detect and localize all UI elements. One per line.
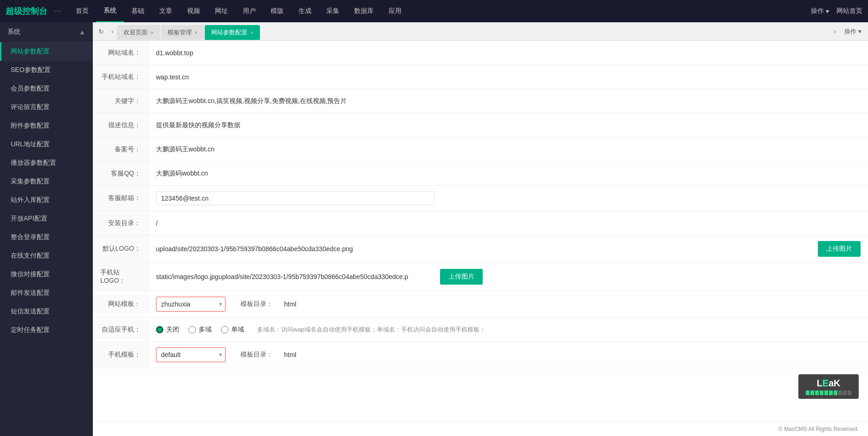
nav-home[interactable]: 首页 — [68, 0, 96, 22]
adaptive-close-option[interactable]: 关闭 — [156, 325, 179, 334]
adaptive-close-radio[interactable] — [156, 326, 163, 333]
tab-prev-button[interactable]: ‹ — [109, 26, 116, 37]
nav-video[interactable]: 视频 — [180, 0, 207, 22]
sidebar-item-email-config[interactable]: 邮件发送配置 — [0, 284, 93, 302]
sidebar-item-seo-config[interactable]: SEO参数配置 — [0, 61, 93, 79]
site-home-button[interactable]: 网站首页 — [836, 7, 862, 15]
footer: © MacCMS All Rights Reserved. — [93, 422, 868, 436]
dots-menu[interactable]: ··· — [55, 7, 61, 15]
nav-user[interactable]: 用户 — [235, 0, 263, 22]
nav-generate[interactable]: 生成 — [291, 0, 319, 22]
sidebar-items: 网站参数配置 SEO参数配置 会员参数配置 评论留言配置 附件参数配置 URL地… — [0, 42, 93, 339]
form-label-beian: 备案号： — [93, 137, 149, 161]
nav-right: 操作 ▾ 网站首页 — [807, 7, 862, 15]
sidebar-item-attachment-config[interactable]: 附件参数配置 — [0, 117, 93, 135]
sidebar-item-member-config[interactable]: 会员参数配置 — [0, 79, 93, 98]
form-value-mobile-logo: static/images/logo.jpgupload/site/202303… — [149, 263, 868, 291]
form-value-qq: 大鹏源码wobbt.cn — [149, 162, 868, 185]
form-label-mobile-domain: 手机站域名： — [93, 65, 149, 89]
form-label-mobile-logo: 手机站LOGO： — [93, 263, 149, 291]
form-value-description: 提供最新最快的视频分享数据 — [149, 113, 868, 137]
form-value-domain: d1.wobbt.top — [149, 41, 868, 65]
tab-template-mgmt-close[interactable]: × — [194, 30, 197, 35]
sidebar-item-website-config[interactable]: 网站参数配置 — [0, 42, 93, 61]
form-value-email[interactable] — [149, 186, 868, 211]
form-value-mobile-template: default ▾ 模板目录： html — [149, 342, 868, 368]
form-row-email: 客服邮箱： — [93, 186, 868, 211]
adaptive-radio-group: 关闭 多域 单域 — [156, 325, 244, 334]
tab-website-config[interactable]: 网站参数配置 × — [205, 25, 259, 40]
template-select[interactable]: zhuzhuxia — [156, 297, 226, 312]
sidebar-collapse-icon[interactable]: ▲ — [79, 28, 85, 36]
nav-template[interactable]: 模版 — [263, 0, 291, 22]
top-op-button[interactable]: 操作 ▾ — [807, 7, 833, 15]
sidebar-item-login-config[interactable]: 整合登录配置 — [0, 228, 93, 247]
form-value-install-dir: / — [149, 211, 868, 235]
sidebar-item-player-config[interactable]: 播放器参数配置 — [0, 154, 93, 172]
form-row-qq: 客服QQ： 大鹏源码wobbt.cn — [93, 162, 868, 186]
form-label-logo: 默认LOGO： — [93, 235, 149, 262]
template-dir-label: 模板目录： — [240, 300, 273, 308]
form-row-logo: 默认LOGO： upload/site/20230303-1/95b759397… — [93, 235, 868, 263]
form-row-description: 描述信息： 提供最新最快的视频分享数据 — [93, 113, 868, 137]
form-row-mobile-template: 手机模板： default ▾ 模板目录： html — [93, 342, 868, 368]
adaptive-multidomain-option[interactable]: 多域 — [188, 325, 212, 334]
tab-website-config-close[interactable]: × — [250, 30, 253, 35]
form-label-qq: 客服QQ： — [93, 162, 149, 185]
tab-more-button[interactable]: › — [830, 26, 840, 37]
sidebar-item-url-config[interactable]: URL地址配置 — [0, 135, 93, 154]
top-nav: 超级控制台 ··· 首页 系统 基础 文章 视频 网址 用户 模版 生成 采集 … — [0, 0, 868, 22]
mobile-template-select[interactable]: default — [156, 347, 226, 362]
nav-system[interactable]: 系统 — [96, 0, 124, 22]
mobile-template-dir-value: html — [284, 351, 296, 358]
sidebar-item-payment-config[interactable]: 在线支付配置 — [0, 247, 93, 265]
form-value-beian: 大鹏源码王wobbt.cn — [149, 137, 868, 161]
form-row-keywords: 关键字： 大鹏源码王wobbt.cn,搞笑视频,视频分享,免费视频,在线视频,预… — [93, 89, 868, 113]
tab-op-dropdown[interactable]: 操作 ▾ — [840, 26, 866, 38]
form-value-template: zhuzhuxia ▾ 模板目录： html — [149, 291, 868, 317]
form-row-adaptive: 自适应手机： 关闭 多域 单域 — [93, 318, 868, 342]
nav-app[interactable]: 应用 — [381, 0, 409, 22]
form-row-mobile-logo: 手机站LOGO： static/images/logo.jpgupload/si… — [93, 263, 868, 291]
upload-logo-button[interactable]: 上传图片 — [818, 241, 861, 257]
sidebar-item-external-config[interactable]: 站外入库配置 — [0, 191, 93, 209]
main-layout: 系统 ▲ 网站参数配置 SEO参数配置 会员参数配置 评论留言配置 附件参数配置… — [0, 22, 868, 436]
form-label-keywords: 关键字： — [93, 89, 149, 113]
form-value-adaptive: 关闭 多域 单域 多域名：访问wap域名会自动使用手机模板；单域名：手机访问会自… — [149, 320, 868, 339]
adaptive-singledomain-radio[interactable] — [221, 326, 228, 333]
tab-template-mgmt[interactable]: 模板管理 × — [161, 25, 204, 40]
sidebar-item-comment-config[interactable]: 评论留言配置 — [0, 98, 93, 117]
nav-collect[interactable]: 采集 — [319, 0, 347, 22]
content-area: ↻ ‹ 欢迎页面 × 模板管理 × 网站参数配置 × › 操作 ▾ — [93, 22, 868, 436]
sidebar-header: 系统 ▲ — [0, 22, 93, 42]
sidebar-item-cron-config[interactable]: 定时任务配置 — [0, 321, 93, 339]
form-row-install-dir: 安装目录： / — [93, 211, 868, 235]
nav-items: 首页 系统 基础 文章 视频 网址 用户 模版 生成 采集 数据库 应用 — [68, 0, 807, 22]
email-input[interactable] — [156, 191, 434, 205]
adaptive-multidomain-radio[interactable] — [188, 326, 196, 333]
refresh-button[interactable]: ↻ — [95, 26, 108, 37]
sidebar-item-sms-config[interactable]: 短信发送配置 — [0, 302, 93, 321]
brand-logo: 超级控制台 — [6, 6, 47, 17]
tab-welcome[interactable]: 欢迎页面 × — [117, 25, 160, 40]
nav-url[interactable]: 网址 — [207, 0, 235, 22]
upload-mobile-logo-button[interactable]: 上传图片 — [440, 269, 483, 285]
nav-basic[interactable]: 基础 — [124, 0, 152, 22]
tab-op-arrow-icon: ▾ — [858, 28, 862, 35]
template-select-wrapper: zhuzhuxia ▾ — [156, 297, 226, 312]
form-label-email: 客服邮箱： — [93, 186, 149, 211]
form-row-domain: 网站域名： d1.wobbt.top — [93, 41, 868, 65]
nav-database[interactable]: 数据库 — [347, 0, 381, 22]
nav-article[interactable]: 文章 — [152, 0, 180, 22]
sidebar-item-collect-config[interactable]: 采集参数配置 — [0, 172, 93, 191]
tab-welcome-close[interactable]: × — [150, 30, 153, 35]
form-label-domain: 网站域名： — [93, 41, 149, 65]
form-label-template: 网站模板： — [93, 294, 149, 314]
adaptive-singledomain-option[interactable]: 单域 — [221, 325, 244, 334]
mobile-template-dir-label: 模板目录： — [240, 351, 273, 359]
form-content: 网站域名： d1.wobbt.top 手机站域名： wap.test.cn 关键… — [93, 41, 868, 422]
form-label-install-dir: 安装目录： — [93, 211, 149, 235]
mobile-template-select-wrapper: default ▾ — [156, 347, 226, 362]
sidebar-item-api-config[interactable]: 开放API配置 — [0, 209, 93, 228]
sidebar-item-wechat-config[interactable]: 微信对接配置 — [0, 265, 93, 284]
